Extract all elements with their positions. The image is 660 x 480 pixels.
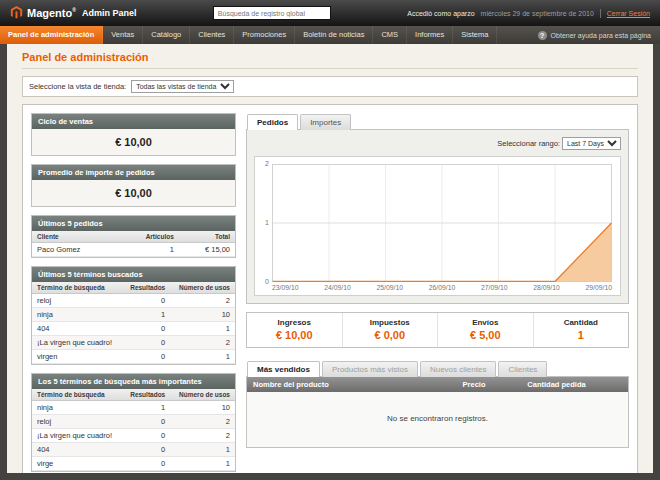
total-label: Cantidad xyxy=(534,318,629,327)
logged-in-as: Accedió como aparzo xyxy=(407,10,474,17)
table-cell: reloj xyxy=(32,294,122,308)
table-row[interactable]: Paco Gomez1€ 15,00 xyxy=(32,243,235,257)
store-switcher-label: Seleccione la vista de tienda: xyxy=(29,82,126,91)
chart-x-axis: 23/09/1024/09/1025/09/1026/09/1027/09/10… xyxy=(272,284,612,291)
table-card: Últimos 5 pedidosClienteArtículosTotalPa… xyxy=(31,215,236,258)
logout-link[interactable]: Cerrar Sesión xyxy=(607,10,650,17)
table-cell: 2 xyxy=(170,429,235,443)
nav-item-promociones[interactable]: Promociones xyxy=(234,26,295,44)
tab-mas-vendidos[interactable]: Más vendidos xyxy=(247,361,320,377)
table-cell: virgen xyxy=(32,350,122,364)
y-tick-label: 2 xyxy=(265,160,269,167)
store-view-select[interactable]: Todas las vistas de tienda xyxy=(131,80,234,93)
nav-item-catalogo[interactable]: Catálogo xyxy=(143,26,190,44)
table-cell: 2 xyxy=(170,336,235,350)
table-row[interactable]: virgen01 xyxy=(32,350,235,364)
chart-y-axis: 012 xyxy=(259,164,272,282)
table-cell: 10 xyxy=(170,401,235,415)
table-cell: 1 xyxy=(170,350,235,364)
table-cell: € 15,00 xyxy=(179,243,235,257)
table-row[interactable]: 40401 xyxy=(32,443,235,457)
page-title: Panel de administración xyxy=(22,51,638,63)
table-row[interactable]: 40401 xyxy=(32,322,235,336)
page-content: Panel de administración Seleccione la vi… xyxy=(7,44,653,473)
table-cell: 1 xyxy=(170,443,235,457)
x-tick-label: 25/09/10 xyxy=(377,284,403,291)
table-cell: 0 xyxy=(122,415,170,429)
table-cell: Paco Gomez xyxy=(32,243,118,257)
grid-column-header: Cantidad pedida xyxy=(521,377,628,392)
range-label: Seleccionar rango: xyxy=(497,139,560,148)
total-impuestos: Impuestos€ 0,00 xyxy=(342,313,438,347)
total-value: 1 xyxy=(534,329,629,341)
tab-pedidos[interactable]: Pedidos xyxy=(247,114,298,130)
chart-section: Seleccionar rango: Last 7 Days 012 23/09… xyxy=(246,129,629,304)
table-cell: 0 xyxy=(122,429,170,443)
column-header: Término de búsqueda xyxy=(32,389,122,401)
table-cell: 10 xyxy=(170,308,235,322)
main-nav: Panel de administraciónVentasCatálogoCli… xyxy=(0,26,660,44)
dashboard-tabs: PedidosImportes xyxy=(246,113,629,129)
nav-item-ventas[interactable]: Ventas xyxy=(103,26,143,44)
nav-item-informes[interactable]: Informes xyxy=(407,26,453,44)
x-tick-label: 23/09/10 xyxy=(272,284,298,291)
grid-column-header: Precio xyxy=(457,377,522,392)
nav-item-sistema[interactable]: Sistema xyxy=(453,26,497,44)
table-cell: 1 xyxy=(118,243,179,257)
nav-item-panel-de-administracion[interactable]: Panel de administración xyxy=(0,26,103,44)
header-user-area: Accedió como aparzo miércoles 29 de sept… xyxy=(407,9,650,18)
table-cell: 2 xyxy=(170,294,235,308)
table-row[interactable]: virge01 xyxy=(32,457,235,471)
chart-plot xyxy=(272,164,612,282)
help-link[interactable]: ? Obtener ayuda para esta página xyxy=(529,26,660,44)
nav-item-clientes[interactable]: Clientes xyxy=(190,26,234,44)
nav-item-boletin-de-noticias[interactable]: Boletín de noticias xyxy=(295,26,373,44)
left-column: Ciclo de ventas€ 10,00Promedio de import… xyxy=(31,113,236,473)
total-value: € 0,00 xyxy=(343,329,438,341)
card-title: Promedio de importe de pedidos xyxy=(32,165,235,180)
table-cell: reloj xyxy=(32,415,122,429)
tab-importes[interactable]: Importes xyxy=(300,114,351,130)
header-bar: Magento® Admin Panel Accedió como aparzo… xyxy=(0,0,660,26)
range-select[interactable]: Last 7 Days xyxy=(562,137,621,150)
table-row[interactable]: ninja110 xyxy=(32,308,235,322)
table-cell: 404 xyxy=(32,322,122,336)
global-search-input[interactable] xyxy=(213,6,331,20)
right-column: PedidosImportes Seleccionar rango: Last … xyxy=(246,113,629,473)
nav-item-cms[interactable]: CMS xyxy=(373,26,407,44)
magento-logo[interactable]: Magento® Admin Panel xyxy=(10,6,136,20)
table-cell: ¡La virgen que cuadro! xyxy=(32,336,122,350)
table-row[interactable]: ninja110 xyxy=(32,401,235,415)
tab-nuevos-clientes[interactable]: Nuevos clientes xyxy=(420,361,496,377)
table-cell: 0 xyxy=(122,322,170,336)
table-cell: 1 xyxy=(170,457,235,471)
column-header: Número de usos xyxy=(170,389,235,401)
total-envios: Envíos€ 5,00 xyxy=(437,313,533,347)
logo-subtitle: Admin Panel xyxy=(82,8,137,18)
tab-clientes[interactable]: Clientes xyxy=(498,361,547,377)
grid-header: Nombre del productoPrecioCantidad pedida xyxy=(247,377,628,392)
x-tick-label: 28/09/10 xyxy=(533,284,559,291)
total-label: Impuestos xyxy=(343,318,438,327)
table-cell: 0 xyxy=(122,350,170,364)
y-tick-label: 1 xyxy=(265,219,269,226)
total-label: Envíos xyxy=(438,318,533,327)
column-header: Cliente xyxy=(32,231,118,243)
table-cell: ¡La virgen que cuadro! xyxy=(32,429,122,443)
table-row[interactable]: ¡La virgen que cuadro!02 xyxy=(32,336,235,350)
tab-productos-mas-vistos[interactable]: Productos más vistos xyxy=(322,361,418,377)
table-cell: ninja xyxy=(32,401,122,415)
x-tick-label: 27/09/10 xyxy=(481,284,507,291)
totals-row: Ingresos€ 10,00Impuestos€ 0,00Envíos€ 5,… xyxy=(246,312,629,348)
column-header: Término de búsqueda xyxy=(32,282,122,294)
table-row[interactable]: reloj02 xyxy=(32,415,235,429)
total-value: € 5,00 xyxy=(438,329,533,341)
x-tick-label: 24/09/10 xyxy=(324,284,350,291)
mini-table: Término de búsquedaResultadosNúmero de u… xyxy=(32,389,235,471)
products-grid: Nombre del productoPrecioCantidad pedida… xyxy=(246,376,629,448)
column-header: Artículos xyxy=(118,231,179,243)
table-row[interactable]: ¡La virgen que cuadro!02 xyxy=(32,429,235,443)
table-card: Últimos 5 términos buscadosTérmino de bú… xyxy=(31,266,236,365)
table-row[interactable]: reloj02 xyxy=(32,294,235,308)
total-ingresos: Ingresos€ 10,00 xyxy=(247,313,342,347)
